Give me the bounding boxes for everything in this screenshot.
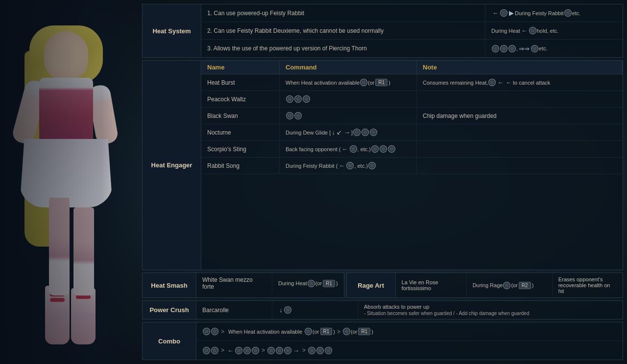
he-cmd-5: Back facing opponent ( ← , etc.) <box>280 141 417 157</box>
he-name-6: Rabbit Song <box>201 158 280 174</box>
boot-ribbon-right2 <box>76 295 91 299</box>
cc12 <box>284 347 291 354</box>
heat-smash-label-text: Heat Smash <box>151 282 187 289</box>
cc13 <box>308 347 315 354</box>
hs-desc-2: 2. Can use Feisty Rabbit Deuxieme, which… <box>201 22 485 39</box>
engager-row-nocturne: Nocturne During Dew Glide [ ↓ ↙ → ] <box>201 124 623 141</box>
combo-row-1: > When Heat activation available (or R1 … <box>196 322 623 341</box>
char-torso <box>39 78 93 141</box>
he-name-2: Peacock Waltz <box>201 91 280 107</box>
power-crush-section: Power Crush Barcarolle ↓ Absorb attacks … <box>142 300 623 319</box>
power-crush-label-text: Power Crush <box>149 306 189 314</box>
heat-system-row-1: 1. Can use powered-up Feisty Rabbit ← ▶ … <box>201 4 623 22</box>
he-cmd-3 <box>280 108 417 124</box>
he-note-2 <box>417 91 623 107</box>
cc8 <box>243 347 251 354</box>
bc-hsm1 <box>308 280 315 287</box>
rage-art-section: Rage Art La Vie en Rose fortississimo Du… <box>346 273 623 298</box>
header-note: Note <box>417 61 623 74</box>
combo-section: Combo > When Heat activation available (… <box>142 322 623 360</box>
heat-system-label-text: Heat System <box>152 27 191 35</box>
hs-cmd-2: During Heat ← hold, etc. <box>485 22 623 39</box>
cc2 <box>211 328 218 335</box>
bc-rs2 <box>368 162 376 169</box>
cc3 <box>305 328 312 335</box>
combo-rows: > When Heat activation available (or R1 … <box>196 322 623 360</box>
bc-n2 <box>362 129 369 136</box>
char-leg-left <box>49 198 70 296</box>
engager-row-rabbit-song: Rabbit Song During Feisty Rabbit ( ← , e… <box>201 158 623 174</box>
char-head <box>44 31 88 80</box>
engager-row-peacock: Peacock Waltz <box>201 91 623 108</box>
ra-move-name: La Vie en Rose fortississimo <box>396 273 467 297</box>
content-panel: Heat System 1. Can use powered-up Feisty… <box>142 0 627 364</box>
he-name-5: Scorpio's Sting <box>201 141 280 157</box>
char-boot-right <box>71 288 96 344</box>
btn-circle-2 <box>564 9 572 17</box>
bc-ss3 <box>380 145 387 153</box>
character-body <box>5 22 132 364</box>
bc-pw1 <box>286 95 293 103</box>
he-cmd-4: During Dew Glide [ ↓ ↙ → ] <box>280 124 417 140</box>
bc-ss2 <box>371 145 379 153</box>
char-leg-right <box>73 207 94 296</box>
rage-art-content: La Vie en Rose fortississimo During Rage… <box>396 273 623 297</box>
heat-system-row-3: 3. Allows the use of the powered up vers… <box>201 40 623 57</box>
he-note-5 <box>417 141 623 157</box>
he-cmd-6: During Feisty Rabbit ( ← , etc.) <box>280 158 417 174</box>
heat-smash-row: White Swan mezzo forte During Heat (or R… <box>196 273 344 294</box>
bc-hb1 <box>360 79 367 86</box>
heat-system-section: Heat System 1. Can use powered-up Feisty… <box>142 4 623 58</box>
engager-row-heat-burst: Heat Burst When Heat activation availabl… <box>201 74 623 91</box>
hs-desc-3: 3. Allows the use of the powered up vers… <box>201 40 485 57</box>
heat-system-label: Heat System <box>143 4 201 57</box>
heat-engager-label: Heat Engager <box>143 61 201 270</box>
mid-sections-row: Heat Smash White Swan mezzo forte During… <box>142 273 623 298</box>
bc-hb2 <box>488 79 496 86</box>
ra-command: During Rage (or R2 ) <box>467 273 553 297</box>
cc7 <box>235 347 242 354</box>
bc-n1 <box>353 129 361 136</box>
bc-bs1 <box>286 112 293 119</box>
he-name-1: Heat Burst <box>201 74 280 91</box>
cc15 <box>325 347 332 354</box>
btn-circle-1 <box>500 9 507 17</box>
cc6 <box>211 347 218 354</box>
cc10 <box>267 347 275 354</box>
combo-label: Combo <box>143 322 196 360</box>
hs-command: During Heat (or R1 ) <box>272 273 344 294</box>
bc-pc1 <box>284 306 291 314</box>
power-crush-content: Barcarolle ↓ Absorb attacks to power up … <box>196 301 623 319</box>
heat-system-row-2: 2. Can use Feisty Rabbit Deuxieme, which… <box>201 22 623 40</box>
bc5 <box>500 45 507 52</box>
combo-label-text: Combo <box>158 338 180 345</box>
bc-ss4 <box>388 145 395 153</box>
heat-smash-content: White Swan mezzo forte During Heat (or R… <box>196 273 344 297</box>
bc-ss1 <box>350 145 357 153</box>
pc-move-name: Barcarolle <box>196 301 272 319</box>
combo-row-2: > ← > → > <box>196 341 623 360</box>
power-crush-row: Barcarolle ↓ Absorb attacks to power up … <box>196 301 623 319</box>
rage-art-row: La Vie en Rose fortississimo During Rage… <box>396 273 623 297</box>
character-area <box>0 0 145 364</box>
boot-ribbon-left3 <box>50 298 65 302</box>
header-command: Command <box>280 61 417 74</box>
he-note-1: Consumes remaining Heat, ← ← to cancel a… <box>417 74 623 91</box>
heat-smash-section: Heat Smash White Swan mezzo forte During… <box>142 273 344 298</box>
he-name-3: Black Swan <box>201 108 280 124</box>
rage-art-label-text: Rage Art <box>358 282 384 289</box>
cc5 <box>203 347 210 354</box>
bc-rs1 <box>346 162 354 169</box>
he-note-3: Chip damage when guarded <box>417 108 623 124</box>
ra-note: Erases opponent's recoverable health on … <box>553 273 623 297</box>
he-cmd-1: When Heat activation available (or R1 ) <box>280 74 417 91</box>
header-name: Name <box>201 61 280 74</box>
heat-smash-label: Heat Smash <box>143 273 196 297</box>
cc9 <box>252 347 259 354</box>
hs-desc-1: 1. Can use powered-up Feisty Rabbit <box>201 4 485 22</box>
heat-engager-content: Name Command Note Heat Burst When Heat a… <box>201 61 623 270</box>
rage-art-label: Rage Art <box>347 273 396 297</box>
heat-system-rows: 1. Can use powered-up Feisty Rabbit ← ▶ … <box>201 4 623 57</box>
bc-n3 <box>370 129 377 136</box>
he-cmd-2 <box>280 91 417 107</box>
